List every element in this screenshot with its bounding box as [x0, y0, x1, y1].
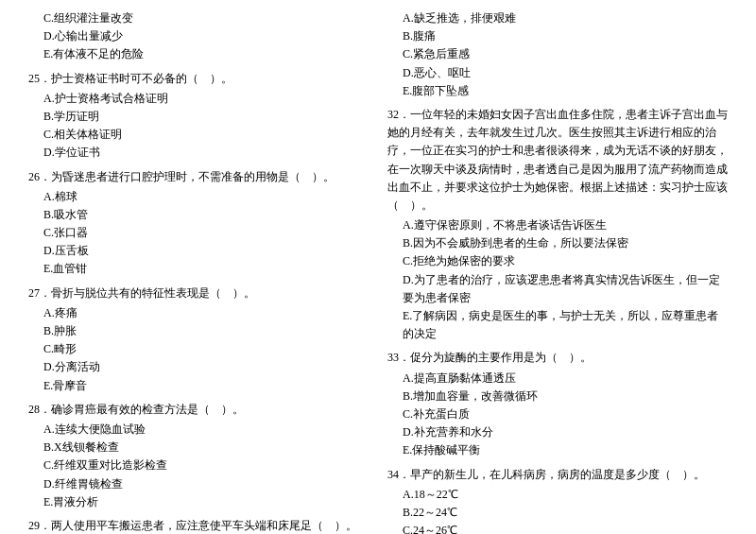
content-columns: C.组织灌注量改变 D.心输出量减少 E.有体液不足的危险 25．护士资格证书时… — [28, 9, 728, 534]
q-a-option-a: A.缺乏推选，排便艰难 — [387, 9, 728, 27]
q25-option-a: A.护士资格考试合格证明 — [28, 90, 369, 108]
q-a-option-b: B.腹痛 — [387, 27, 728, 45]
option-d-org: D.心输出量减少 — [28, 27, 369, 45]
q-a-option-e: E.腹部下坠感 — [387, 82, 728, 100]
q25-option-d: D.学位证书 — [28, 144, 369, 162]
q33-option-a: A.提高直肠黏体通透压 — [387, 370, 728, 388]
question-32: 32．一位年轻的未婚妇女因子宫出血住多住院，患者主诉子宫出血与她的月经有关，去年… — [387, 106, 728, 343]
q25-option-c: C.相关体格证明 — [28, 126, 369, 144]
question-27-title: 27．骨折与脱位共有的特征性表现是（ ）。 — [28, 284, 369, 302]
question-33: 33．促分为旋酶的主要作用是为（ ）。 A.提高直肠黏体通透压 B.增加血容量，… — [387, 349, 728, 459]
question-25: 25．护士资格证书时可不必备的（ ）。 A.护士资格考试合格证明 B.学历证明 … — [28, 70, 369, 163]
q32-option-b: B.因为不会威胁到患者的生命，所以要法保密 — [387, 234, 728, 252]
question-32-title: 32．一位年轻的未婚妇女因子宫出血住多住院，患者主诉子宫出血与她的月经有关，去年… — [387, 106, 728, 215]
q-a-option-d: D.恶心、呕吐 — [387, 64, 728, 82]
q34-option-c: C.24～26℃ — [387, 522, 728, 534]
q26-option-c: C.张口器 — [28, 224, 369, 242]
q28-option-e: E.胃液分析 — [28, 493, 369, 511]
question-29-title: 29．两人使用平车搬运患者，应注意使平车头端和床尾足（ ）。 — [28, 517, 369, 534]
page: C.组织灌注量改变 D.心输出量减少 E.有体液不足的危险 25．护士资格证书时… — [28, 9, 728, 534]
q26-option-b: B.吸水管 — [28, 206, 369, 224]
question-34-title: 34．早产的新生儿，在儿科病房，病房的温度是多少度（ ）。 — [387, 466, 728, 484]
question-28-title: 28．确诊胃癌最有效的检查方法是（ ）。 — [28, 401, 369, 419]
q33-option-c: C.补充蛋白质 — [387, 405, 728, 423]
question-28: 28．确诊胃癌最有效的检查方法是（ ）。 A.连续大便隐血试验 B.X线钡餐检查… — [28, 401, 369, 511]
option-c-org: C.组织灌注量改变 — [28, 9, 369, 27]
q27-option-d: D.分离活动 — [28, 358, 369, 376]
q33-option-b: B.增加血容量，改善微循环 — [387, 388, 728, 405]
question-27: 27．骨折与脱位共有的特征性表现是（ ）。 A.疼痛 B.肿胀 C.畸形 D.分… — [28, 284, 369, 395]
q26-option-d: D.压舌板 — [28, 242, 369, 260]
q27-option-a: A.疼痛 — [28, 304, 369, 322]
question-33-title: 33．促分为旋酶的主要作用是为（ ）。 — [387, 349, 728, 367]
q34-option-a: A.18～22℃ — [387, 486, 728, 504]
q25-option-b: B.学历证明 — [28, 108, 369, 126]
q32-option-a: A.遵守保密原则，不将患者谈话告诉医生 — [387, 216, 728, 234]
q26-option-e: E.血管钳 — [28, 260, 369, 278]
q27-option-e: E.骨摩音 — [28, 377, 369, 395]
q28-option-b: B.X线钡餐检查 — [28, 439, 369, 456]
q28-option-c: C.纤维双重对比造影检查 — [28, 456, 369, 474]
q33-option-e: E.保持酸碱平衡 — [387, 441, 728, 459]
q26-option-a: A.棉球 — [28, 188, 369, 206]
left-column: C.组织灌注量改变 D.心输出量减少 E.有体液不足的危险 25．护士资格证书时… — [28, 9, 369, 534]
q33-option-d: D.补充营养和水分 — [387, 423, 728, 441]
q28-option-d: D.纤维胃镜检查 — [28, 475, 369, 493]
q32-option-d: D.为了患者的治疗，应该逻患患者将真实情况告诉医生，但一定要为患者保密 — [387, 271, 728, 307]
q27-option-c: C.畸形 — [28, 340, 369, 358]
right-column: A.缺乏推选，排便艰难 B.腹痛 C.紧急后重感 D.恶心、呕吐 E.腹部下坠感… — [387, 9, 728, 534]
question-c-cont: C.组织灌注量改变 D.心输出量减少 E.有体液不足的危险 — [28, 9, 369, 64]
question-25-title: 25．护士资格证书时可不必备的（ ）。 — [28, 70, 369, 88]
question-a-cont: A.缺乏推选，排便艰难 B.腹痛 C.紧急后重感 D.恶心、呕吐 E.腹部下坠感 — [387, 9, 728, 100]
question-29: 29．两人使用平车搬运患者，应注意使平车头端和床尾足（ ）。 A.直角 B.平行… — [28, 517, 369, 534]
question-26-title: 26．为昏迷患者进行口腔护理时，不需准备的用物是（ ）。 — [28, 168, 369, 186]
option-e-org: E.有体液不足的危险 — [28, 45, 369, 63]
question-34: 34．早产的新生儿，在儿科病房，病房的温度是多少度（ ）。 A.18～22℃ B… — [387, 466, 728, 535]
q32-option-c: C.拒绝为她保密的要求 — [387, 252, 728, 270]
question-26: 26．为昏迷患者进行口腔护理时，不需准备的用物是（ ）。 A.棉球 B.吸水管 … — [28, 168, 369, 279]
q28-option-a: A.连续大便隐血试验 — [28, 421, 369, 439]
q27-option-b: B.肿胀 — [28, 322, 369, 340]
q-a-option-c: C.紧急后重感 — [387, 45, 728, 63]
q34-option-b: B.22～24℃ — [387, 504, 728, 522]
q32-option-e: E.了解病因，病史是医生的事，与护士无关，所以，应尊重患者的决定 — [387, 307, 728, 343]
